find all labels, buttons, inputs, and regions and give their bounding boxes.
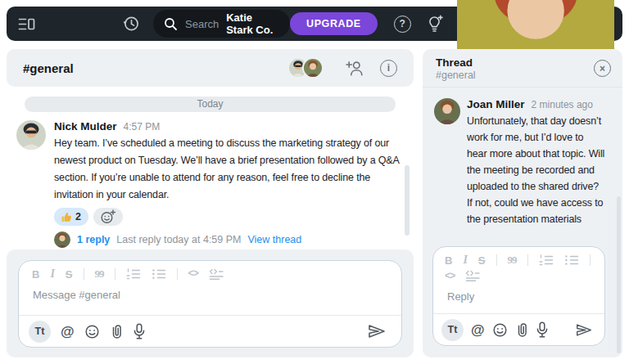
close-thread-button[interactable]: × (594, 60, 611, 77)
text-format-toggle[interactable]: Tt (441, 319, 464, 341)
message-input[interactable]: Message #general (19, 281, 401, 315)
attach-button[interactable] (515, 321, 528, 338)
search-placeholder: Search (185, 18, 219, 30)
history-icon (122, 15, 140, 33)
add-person-icon (345, 60, 364, 76)
attach-button[interactable] (110, 323, 123, 339)
voice-message-button[interactable] (133, 323, 146, 339)
reaction-count: 2 (75, 211, 81, 222)
notifications-button[interactable] (427, 15, 444, 33)
lightbulb-icon (427, 15, 444, 33)
reply-count-link[interactable]: 1 reply (77, 234, 110, 245)
bullet-list-button[interactable] (564, 254, 579, 266)
avatar-member-2 (302, 57, 324, 79)
microphone-icon (133, 323, 146, 339)
help-icon: ? (394, 16, 411, 33)
italic-button[interactable]: I (463, 254, 467, 267)
bold-button[interactable]: B (32, 268, 39, 281)
text-format-toggle[interactable]: Tt (29, 321, 51, 343)
sidebar-toggle-button[interactable] (18, 17, 35, 31)
inline-code-button[interactable]: <> (188, 268, 198, 280)
view-thread-link[interactable]: View thread (247, 234, 301, 245)
composer-zone: B I S 99 (7, 249, 414, 357)
channel-info-button[interactable]: i (380, 60, 397, 77)
emoji-button[interactable] (84, 324, 100, 339)
italic-button[interactable]: I (50, 267, 54, 281)
add-member-button[interactable] (345, 60, 364, 76)
inline-code-button[interactable]: <> (445, 271, 455, 282)
thread-channel-label: #general (436, 70, 609, 81)
search-input[interactable]: Search Katie Stark Co. (153, 10, 290, 38)
toolbar-divider (115, 268, 115, 280)
toolbar-divider (177, 268, 178, 280)
code-block-icon (465, 270, 480, 282)
smiley-icon (84, 324, 100, 339)
microphone-icon (536, 321, 549, 338)
messages-scrollbar[interactable] (405, 165, 410, 236)
date-divider: Today (25, 97, 396, 112)
add-reaction-button[interactable] (93, 208, 123, 226)
code-block-icon (209, 268, 224, 281)
thread-scrollbar[interactable] (617, 196, 621, 353)
paperclip-icon (515, 321, 528, 338)
ordered-list-button[interactable] (539, 254, 554, 266)
toolbar-divider (527, 254, 528, 266)
voice-message-button[interactable] (536, 321, 549, 338)
code-block-button[interactable] (209, 268, 224, 281)
message-text: Hey team. I’ve scheduled a meeting to di… (54, 135, 402, 204)
bold-button[interactable]: B (445, 254, 452, 267)
thread-title: Thread (436, 56, 609, 69)
message-list: Today Nick Mulder 4:57 PM Hey team. I’ve… (7, 87, 414, 249)
thread-composer: B I S 99 (432, 246, 605, 346)
paperclip-icon (110, 323, 123, 339)
search-icon (164, 17, 178, 31)
blockquote-button[interactable]: 99 (95, 267, 104, 281)
help-button[interactable]: ? (394, 16, 411, 33)
message: Nick Mulder 4:57 PM Hey team. I’ve sched… (7, 112, 414, 204)
ordered-list-button[interactable] (126, 268, 141, 280)
close-icon: × (594, 60, 611, 77)
emoji-button[interactable] (492, 322, 508, 338)
thread-message-text: Unfortunately, that day doesn’t work for… (467, 113, 606, 225)
ordered-list-icon (126, 268, 141, 280)
channel-members-button[interactable] (287, 57, 324, 79)
avatar-joan-miller-small (54, 231, 70, 248)
message-author[interactable]: Nick Mulder (54, 120, 117, 133)
thread-composer-actions: Tt @ (433, 313, 604, 345)
app-window: Search Katie Stark Co. UPGRADE ? (0, 0, 629, 364)
blockquote-button[interactable]: 99 (508, 254, 517, 267)
strikethrough-button[interactable]: S (66, 268, 73, 281)
reactions-row: 2 (54, 208, 414, 226)
thread-panel: Thread #general × Joan Miller 2 minutes … (423, 49, 622, 357)
toolbar-divider (84, 268, 84, 280)
mention-button[interactable]: @ (61, 325, 75, 339)
sidebar-toggle-icon (18, 17, 35, 31)
strikethrough-button[interactable]: S (478, 254, 486, 267)
thumbs-up-reaction[interactable]: 2 (54, 208, 88, 226)
bullet-list-button[interactable] (152, 268, 166, 280)
avatar-joan-miller[interactable] (434, 98, 460, 124)
send-button[interactable] (575, 322, 593, 338)
last-reply-label: Last reply today at 4:59 PM (116, 234, 241, 245)
toolbar-divider (590, 254, 591, 266)
format-toolbar: B I S 99 (19, 261, 401, 281)
bullet-list-icon (152, 268, 166, 280)
thread-reply-input[interactable]: Reply (433, 282, 604, 313)
channel-header: #general (7, 49, 414, 87)
code-block-button[interactable] (465, 270, 480, 282)
bullet-list-icon (564, 254, 579, 266)
history-button[interactable] (122, 15, 140, 33)
emoji-plus-icon (100, 209, 116, 224)
thread-summary-row: 1 reply Last reply today at 4:59 PM View… (54, 231, 414, 248)
mention-button[interactable]: @ (471, 323, 485, 337)
top-bar: Search Katie Stark Co. UPGRADE ? (7, 7, 622, 41)
at-icon: @ (471, 323, 485, 337)
send-button[interactable] (367, 323, 387, 339)
upgrade-button[interactable]: UPGRADE (290, 12, 378, 35)
search-scope-label: Katie Stark Co. (226, 11, 279, 36)
info-icon: i (380, 60, 397, 77)
avatar-nick-mulder[interactable] (16, 120, 46, 150)
thread-message: Joan Miller 2 minutes ago Unfortunately,… (423, 88, 622, 225)
thread-message-author[interactable]: Joan Miller (467, 98, 525, 110)
thread-header: Thread #general × (423, 49, 622, 88)
